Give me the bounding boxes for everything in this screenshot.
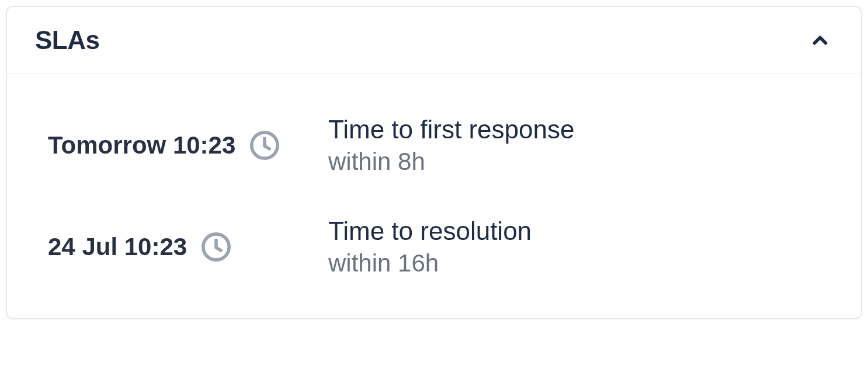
sla-info: Time to resolution within 16h (328, 217, 532, 277)
sla-target: within 8h (328, 148, 574, 176)
sla-deadline-text: 24 Jul 10:23 (48, 233, 187, 261)
sla-name: Time to first response (328, 115, 574, 144)
clock-icon (248, 129, 281, 162)
panel-title: SLAs (35, 26, 99, 55)
clock-icon (200, 231, 232, 263)
sla-info: Time to first response within 8h (328, 115, 574, 176)
sla-deadline: Tomorrow 10:23 (48, 129, 305, 162)
chevron-up-icon (807, 27, 833, 53)
sla-row: 24 Jul 10:23 Time to resolution within 1… (48, 217, 826, 277)
sla-deadline: 24 Jul 10:23 (48, 231, 305, 263)
sla-target: within 16h (328, 249, 532, 277)
sla-row: Tomorrow 10:23 Time to first response wi… (48, 115, 826, 176)
slas-panel-body: Tomorrow 10:23 Time to first response wi… (7, 74, 861, 318)
sla-name: Time to resolution (328, 217, 532, 246)
slas-panel: SLAs Tomorrow 10:23 Time to first respon… (6, 6, 862, 319)
sla-deadline-text: Tomorrow 10:23 (48, 131, 235, 159)
slas-panel-header[interactable]: SLAs (7, 7, 861, 74)
